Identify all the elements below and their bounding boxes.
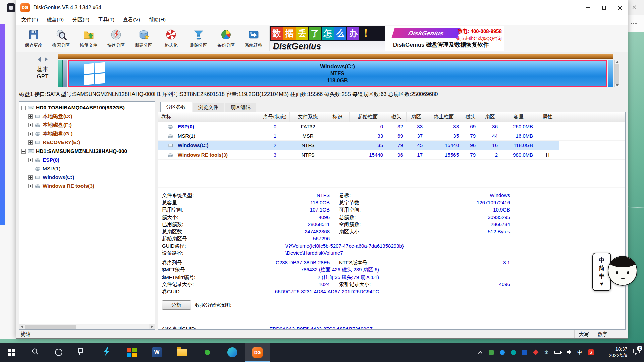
collapse-icon[interactable] <box>21 149 26 154</box>
scroll-right-icon[interactable] <box>149 324 155 329</box>
tray-icon-teal[interactable] <box>508 343 519 362</box>
delete-partition-button[interactable]: 删除分区 <box>185 26 212 51</box>
app-word[interactable]: W <box>144 343 169 362</box>
tray-icon-green[interactable] <box>486 343 497 362</box>
col-end-sector[interactable]: 扇区 <box>479 112 501 122</box>
tree-item-windows-c[interactable]: Windows(C:) <box>19 173 155 182</box>
col-serial[interactable]: 序号(状态) <box>260 112 290 122</box>
menu-view[interactable]: 查看(V) <box>119 17 144 23</box>
scroll-down-icon[interactable] <box>616 84 619 86</box>
table-row-msr[interactable]: MSR(1) 1 MSR 33 69 37 35 79 44 16.0MB <box>158 131 625 141</box>
tree-item-hd0[interactable]: HD0:TOSHIBAMQ04ABF100(932GB) <box>19 103 155 112</box>
app-diskgenius-active[interactable]: DG <box>245 343 270 362</box>
tray-sogou-icon[interactable]: S <box>585 343 596 362</box>
app-green-browser[interactable] <box>195 343 220 362</box>
menu-disk[interactable]: 磁盘(D) <box>42 17 68 23</box>
app-microsoft[interactable] <box>119 343 144 362</box>
expand-icon[interactable] <box>28 184 33 188</box>
tree-item-esp[interactable]: ESP(0) <box>19 156 155 164</box>
col-end-head[interactable]: 磁头 <box>462 112 479 122</box>
menu-file[interactable]: 文件(F) <box>17 17 42 23</box>
col-volume[interactable]: 卷标 <box>158 112 260 122</box>
col-end-cylinder[interactable]: 终止柱面 <box>426 112 462 122</box>
maximize-button[interactable] <box>596 0 612 15</box>
collapse-icon[interactable] <box>21 106 26 110</box>
tray-battery-icon[interactable] <box>552 343 563 362</box>
tray-volume-icon[interactable] <box>563 343 574 362</box>
tree-item-local-f[interactable]: 本地磁盘(F:) <box>19 121 155 129</box>
tray-icon-red[interactable] <box>530 343 541 362</box>
table-row-esp[interactable]: ESP(0) 0 FAT32 0 32 33 33 69 36 260.0MB <box>158 122 625 131</box>
taskbar-clock[interactable]: 18:37 2022/5/9 <box>596 346 629 359</box>
save-changes-button[interactable]: 保存更改 <box>20 26 47 51</box>
ad-banner[interactable]: 数 据 丢 了 怎 么 办 ！ DiskGenius DiskGenius 致电… <box>269 26 504 51</box>
windows-c-partition-segment[interactable]: Windows(C:) NTFS 118.0GB <box>68 60 607 87</box>
task-view-button[interactable] <box>70 343 94 362</box>
tab-sector-edit[interactable]: 扇区编辑 <box>225 103 256 112</box>
scroll-thumb[interactable] <box>615 64 619 84</box>
expand-icon[interactable] <box>28 132 33 136</box>
ime-mascot[interactable] <box>608 253 639 289</box>
tree-item-hd1[interactable]: HD1:SAMSUNGMZNLN128HAHQ-000 <box>19 147 155 156</box>
search-partition-button[interactable]: 搜索分区 <box>47 26 75 51</box>
close-button[interactable] <box>612 0 628 15</box>
quick-partition-button[interactable]: 快速分区 <box>102 26 130 51</box>
resize-grip[interactable] <box>612 330 628 338</box>
scroll-thumb[interactable] <box>25 325 76 329</box>
tree-horizontal-scrollbar[interactable] <box>19 324 155 329</box>
col-start-head[interactable]: 磁头 <box>386 112 407 122</box>
msr-partition-segment[interactable] <box>63 60 67 87</box>
col-capacity[interactable]: 容量 <box>501 112 536 122</box>
backup-partition-button[interactable]: 备份分区 <box>212 26 240 51</box>
col-flag[interactable]: 标识 <box>326 112 350 122</box>
tree-item-msr[interactable]: MSR(1) <box>19 164 155 173</box>
expand-icon[interactable] <box>28 114 33 119</box>
ime-status-widget[interactable]: 中 简 半 ♥ <box>592 252 639 293</box>
col-attribute[interactable]: 属性 <box>536 112 559 122</box>
new-partition-button[interactable]: 新建分区 <box>130 26 157 51</box>
expand-icon[interactable] <box>28 175 33 180</box>
tree-item-local-g[interactable]: 本地磁盘(G:) <box>19 129 155 138</box>
next-disk-icon[interactable] <box>45 57 48 62</box>
menu-help[interactable]: 帮助(H) <box>144 17 170 23</box>
tab-browse-files[interactable]: 浏览文件 <box>193 103 224 112</box>
menu-partition[interactable]: 分区(P) <box>68 17 94 23</box>
detail-label: 起始扇区号: <box>162 235 231 242</box>
start-button[interactable] <box>0 343 23 362</box>
esp-partition-segment[interactable] <box>58 60 63 87</box>
scroll-left-icon[interactable] <box>19 324 25 329</box>
tab-partition-params[interactable]: 分区参数 <box>160 102 192 112</box>
app-lightning[interactable] <box>94 343 119 362</box>
expand-icon[interactable] <box>28 123 33 127</box>
app-file-explorer[interactable] <box>169 343 195 362</box>
scroll-up-icon[interactable] <box>616 61 619 63</box>
tray-icon-blue-circle[interactable] <box>497 343 508 362</box>
tray-snowflake-icon[interactable]: ❄ <box>541 343 552 362</box>
action-center-button[interactable]: 2 <box>629 343 644 362</box>
col-filesystem[interactable]: 文件系统 <box>290 112 326 122</box>
menu-tools[interactable]: 工具(T) <box>94 17 119 23</box>
tree-item-windows-re[interactable]: Windows RE tools(3) <box>19 182 155 190</box>
recover-files-button[interactable]: 恢复文件 <box>75 26 102 51</box>
tree-item-local-d[interactable]: 本地磁盘(D:) <box>19 112 155 121</box>
col-start-sector[interactable]: 扇区 <box>407 112 426 122</box>
taskbar-search-button[interactable] <box>23 343 47 362</box>
re-tools-partition-segment[interactable] <box>608 60 613 87</box>
table-row-windows-c-selected[interactable]: Windows(C:) 2 NTFS 35 79 45 15440 96 16 … <box>158 141 625 150</box>
cortana-button[interactable] <box>47 343 70 362</box>
format-button[interactable]: 格式化 <box>157 26 185 51</box>
graph-vertical-scrollbar[interactable] <box>614 60 620 87</box>
prev-disk-icon[interactable] <box>38 57 41 62</box>
tray-expand-button[interactable] <box>475 343 486 362</box>
col-start-cylinder[interactable]: 起始柱面 <box>350 112 386 122</box>
tree-item-recovery-e[interactable]: RECOVERY(E:) <box>19 138 155 147</box>
tray-ime-indicator[interactable]: 中 <box>574 343 585 362</box>
minimize-button[interactable] <box>580 0 596 15</box>
app-edge[interactable] <box>220 343 245 362</box>
tray-icon-blue-square[interactable] <box>519 343 530 362</box>
expand-icon[interactable] <box>28 140 33 145</box>
system-migration-button[interactable]: 系统迁移 <box>240 26 267 51</box>
analyze-button[interactable]: 分析 <box>162 300 191 310</box>
expand-icon[interactable] <box>28 158 33 162</box>
table-row-windows-re[interactable]: Windows RE tools(3) 3 NTFS 15440 96 17 1… <box>158 150 625 160</box>
